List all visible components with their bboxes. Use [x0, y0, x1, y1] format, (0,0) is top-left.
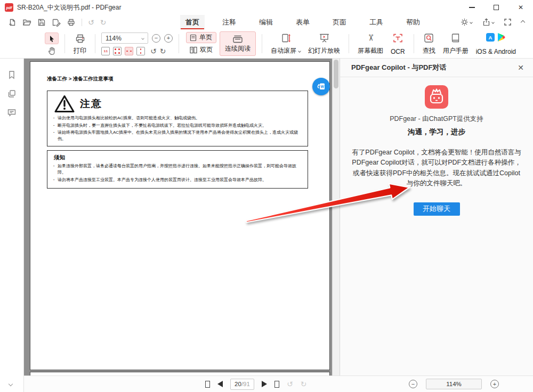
minus-icon: − [411, 381, 415, 387]
print-button[interactable]: 打印 [70, 29, 90, 58]
zoom-out-button[interactable]: − [152, 34, 160, 43]
first-page-icon[interactable] [205, 381, 210, 388]
actual-size-button[interactable]: 1:1 [101, 47, 110, 55]
fit-height-button[interactable] [136, 47, 145, 55]
find-label: 查找 [423, 46, 435, 55]
maximize-button[interactable] [484, 0, 508, 15]
vertical-scrollbar[interactable] [332, 59, 340, 375]
single-page-button[interactable]: 单页 [186, 32, 216, 43]
minus-icon: − [155, 35, 158, 41]
one-to-one-icon: 1:1 [103, 50, 107, 53]
status-zoom-value[interactable]: 114% [426, 379, 482, 389]
user-manual-button[interactable]: 用户手册 [439, 29, 472, 58]
copilot-tagline: 沟通，学习，进步 [340, 127, 533, 137]
double-page-button[interactable]: 双页 [186, 44, 216, 55]
fit-page-button[interactable] [113, 47, 122, 55]
redo-icon[interactable]: ↻ [100, 19, 107, 26]
vertical-scrollbar-thumb[interactable] [334, 60, 338, 88]
pdf-page: 准备工作 > 准备工作注意事项 注意 请勿使用与电源插头相比较松的AC插座。否则… [30, 62, 329, 370]
warning-triangle-icon [54, 94, 75, 113]
next-page-icon[interactable] [262, 381, 267, 387]
save-as-icon[interactable] [52, 18, 61, 27]
auto-scroll-icon [281, 33, 291, 44]
quick-access-toolbar: ↺ ↻ [8, 18, 106, 27]
tab-tools[interactable]: 工具 [364, 15, 389, 29]
print-label: 打印 [74, 46, 86, 55]
page-number-input[interactable]: 20/91 [230, 379, 254, 390]
double-page-icon [190, 46, 197, 54]
screenshot-button[interactable]: ✂ 屏幕截图 [354, 29, 387, 58]
copilot-panel: PDFgear Copilot - 与PDF对话 ✕ PDFgear - 由Ch… [340, 59, 533, 375]
continuous-reading-icon [232, 35, 243, 43]
select-tool-button[interactable] [45, 32, 59, 44]
cursor-icon [48, 35, 55, 43]
comments-icon[interactable] [7, 108, 17, 117]
plus-icon: + [493, 381, 496, 387]
share-icon[interactable] [482, 18, 494, 26]
caution-box: 注意 请勿使用与电源插头相比较松的AC插座。否则可能造成火灾、触电或烧伤。 断开… [47, 91, 308, 146]
minimize-button[interactable] [459, 0, 484, 15]
maximize-icon [494, 5, 499, 10]
single-page-label: 单页 [199, 33, 212, 42]
fit-width-button[interactable] [125, 47, 133, 55]
sidebar-collapse-icon[interactable] [9, 382, 13, 386]
auto-scroll-button[interactable]: 自动滚屏 [267, 29, 304, 58]
fullscreen-icon[interactable] [504, 19, 511, 26]
scissors-icon: ✂ [366, 34, 375, 41]
zoom-in-button[interactable]: + [164, 34, 173, 43]
status-zoom-in-button[interactable]: + [490, 380, 499, 388]
close-icon: ✕ [518, 4, 523, 11]
tab-edit[interactable]: 编辑 [254, 15, 278, 29]
tab-annotate[interactable]: 注释 [217, 15, 241, 29]
undo-icon[interactable]: ↺ [88, 19, 94, 26]
open-file-icon[interactable] [22, 18, 31, 27]
find-button[interactable]: 查找 [419, 29, 439, 58]
start-chat-button[interactable]: 开始聊天 [414, 202, 460, 216]
tab-help[interactable]: 帮助 [401, 15, 425, 29]
minimize-icon [469, 7, 475, 7]
copilot-close-icon[interactable]: ✕ [518, 63, 524, 72]
tab-home[interactable]: 首页 [180, 15, 205, 29]
app-store-icon: A [486, 33, 495, 42]
tab-form[interactable]: 表单 [290, 15, 315, 29]
page-breadcrumb: 准备工作 > 准备工作注意事项 [47, 76, 114, 83]
convert-to-word-button[interactable]: W [312, 78, 330, 95]
plus-icon: + [167, 35, 170, 41]
auto-scroll-caret-icon [298, 50, 301, 53]
notice-title: 须知 [54, 154, 302, 161]
save-icon[interactable] [37, 18, 46, 27]
previous-page-icon[interactable] [217, 381, 223, 387]
close-button[interactable]: ✕ [508, 0, 533, 15]
hand-tool-button[interactable] [47, 46, 56, 55]
rotate-right-icon[interactable]: ↻ [160, 47, 166, 55]
status-zoom-out-button[interactable]: − [409, 380, 417, 388]
bookmarks-icon[interactable] [7, 70, 17, 79]
next-view-icon[interactable]: ↻ [301, 380, 307, 388]
window-title: SR-B20A_中文说明书.pdf - PDFgear [17, 3, 121, 12]
caution-bullet: 断开电源插头时，要一直握住插头拔下，不要扯着电源线拔下。若拉扯电源线可能导致损坏… [53, 123, 302, 129]
previous-view-icon[interactable]: ↺ [287, 380, 293, 388]
ios-android-label: iOS & Android [476, 48, 516, 55]
ocr-button[interactable]: OCR [387, 29, 409, 58]
status-bar: 20/91 ↺ ↻ − 114% + [24, 375, 533, 392]
theme-icon[interactable] [461, 18, 472, 26]
tab-page[interactable]: 页面 [327, 15, 352, 29]
ios-android-button[interactable]: A iOS & Android [472, 29, 520, 58]
rotate-left-icon[interactable]: ↺ [150, 47, 157, 55]
double-page-label: 双页 [200, 45, 213, 54]
ribbon-toolbar: 打印 114% − + 1:1 ↺ ↻ [0, 29, 533, 59]
find-icon [424, 33, 434, 43]
last-page-icon[interactable] [274, 381, 279, 388]
notice-bullet: 请勿将本产品连接至工业装置。本产品专为连接个人使用的装置而设计。连接至工业用装置… [53, 177, 302, 183]
print-qat-icon[interactable] [67, 18, 76, 27]
thumbnails-icon[interactable] [7, 89, 17, 99]
share-caret-icon [491, 21, 495, 24]
slideshow-button[interactable]: 幻灯片放映 [304, 29, 344, 58]
zoom-select[interactable]: 114% [101, 32, 148, 44]
zoom-select-caret-icon [141, 37, 144, 40]
new-file-icon[interactable] [8, 18, 17, 27]
continuous-reading-button[interactable]: 连续阅读 [220, 31, 256, 56]
screenshot-label: 屏幕截图 [358, 46, 383, 55]
document-viewport[interactable]: 准备工作 > 准备工作注意事项 注意 请勿使用与电源插头相比较松的AC插座。否则… [24, 59, 340, 375]
collapse-ribbon-icon[interactable] [521, 20, 525, 24]
